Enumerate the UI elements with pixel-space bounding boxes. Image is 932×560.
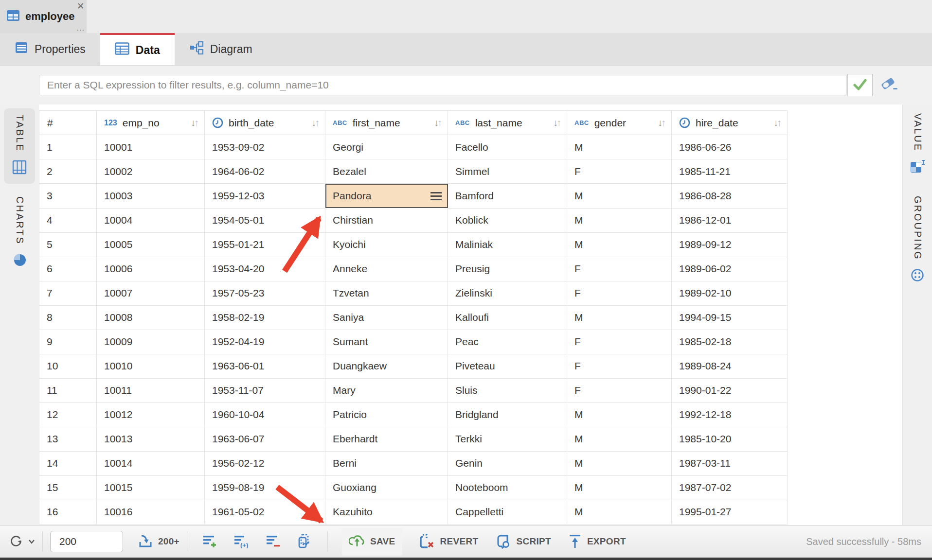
cell[interactable]: Anneke: [325, 257, 448, 281]
cell[interactable]: 1992-12-18: [672, 402, 788, 427]
cell[interactable]: 1987-03-11: [672, 451, 788, 475]
cell[interactable]: 10008: [97, 305, 205, 330]
cell[interactable]: M: [567, 402, 672, 427]
selected-cell[interactable]: Pandora: [325, 184, 448, 208]
cell[interactable]: 1995-01-27: [672, 500, 788, 524]
cell[interactable]: Bezalel: [325, 159, 448, 184]
cell[interactable]: 10005: [97, 232, 205, 257]
cell[interactable]: 1954-05-01: [205, 208, 325, 232]
cell[interactable]: Sluis: [448, 378, 567, 402]
cell[interactable]: 1953-09-02: [205, 135, 325, 159]
cell[interactable]: Chirstian: [325, 208, 448, 232]
refresh-row-button[interactable]: [297, 533, 312, 550]
sort-icon[interactable]: ↓↑: [658, 117, 665, 128]
cell[interactable]: Sumant: [325, 330, 448, 354]
sidebar-item-grouping[interactable]: GROUPING: [910, 196, 925, 284]
cell[interactable]: Zielinski: [448, 281, 567, 305]
sort-icon[interactable]: ↓↑: [553, 117, 561, 128]
cell[interactable]: M: [567, 208, 672, 232]
cell[interactable]: Terkki: [448, 427, 567, 451]
cell[interactable]: Georgi: [325, 135, 448, 159]
sql-filter-input[interactable]: [39, 75, 846, 95]
cell[interactable]: Berni: [325, 451, 448, 475]
cell[interactable]: Bamford: [448, 184, 567, 209]
cell[interactable]: Saniya: [325, 305, 448, 330]
cell[interactable]: F: [567, 330, 672, 354]
cell[interactable]: Maliniak: [448, 232, 567, 257]
cell[interactable]: Kazuhito: [325, 500, 448, 524]
cell[interactable]: 1956-02-12: [205, 451, 325, 475]
cell[interactable]: 10002: [97, 159, 205, 184]
cell[interactable]: 10011: [97, 378, 205, 402]
cell[interactable]: F: [567, 354, 672, 378]
tab-diagram[interactable]: Diagram: [175, 33, 267, 65]
cell[interactable]: 10004: [97, 208, 205, 232]
add-row-button[interactable]: [202, 534, 218, 550]
cell[interactable]: Mary: [325, 378, 448, 402]
cell[interactable]: 10006: [97, 257, 205, 281]
sort-icon[interactable]: ↓↑: [311, 117, 319, 128]
tab-properties[interactable]: Properties: [0, 33, 100, 65]
cell[interactable]: M: [567, 232, 672, 257]
cell[interactable]: 10007: [97, 281, 205, 305]
cell[interactable]: 1961-05-02: [205, 500, 325, 524]
cell[interactable]: Koblick: [448, 208, 567, 232]
sidebar-item-table[interactable]: TABLE: [4, 108, 35, 184]
cell[interactable]: 1989-09-12: [672, 232, 788, 257]
sort-icon[interactable]: ↓↑: [434, 117, 442, 128]
cell[interactable]: Nooteboom: [448, 475, 567, 500]
cell[interactable]: 1953-11-07: [205, 378, 325, 402]
cell[interactable]: M: [567, 475, 672, 500]
doc-tab-employee[interactable]: employee ✕ ...: [0, 0, 87, 33]
cell[interactable]: Piveteau: [448, 354, 567, 378]
cell[interactable]: M: [567, 305, 672, 330]
cell[interactable]: 1952-04-19: [205, 330, 325, 354]
cell[interactable]: 10014: [97, 451, 205, 475]
duplicate-row-button[interactable]: (+): [233, 534, 250, 550]
cell[interactable]: Peac: [448, 330, 567, 354]
sort-icon[interactable]: ↓↑: [773, 117, 781, 128]
cell[interactable]: 1964-06-02: [205, 159, 325, 184]
cell[interactable]: Cappelletti: [448, 500, 567, 524]
column-header[interactable]: ABCgender↓↑: [567, 111, 672, 135]
cell[interactable]: 1985-10-20: [672, 427, 788, 451]
cell[interactable]: 10003: [97, 184, 205, 209]
cell[interactable]: 1986-08-28: [672, 184, 788, 209]
cell[interactable]: Simmel: [448, 159, 567, 184]
cell[interactable]: 1986-06-26: [672, 135, 788, 159]
clear-filter-button[interactable]: [880, 76, 899, 94]
cell[interactable]: Facello: [448, 135, 567, 159]
cell[interactable]: Eberhardt: [325, 427, 448, 451]
cell[interactable]: 1957-05-23: [205, 281, 325, 305]
cell[interactable]: Duangkaew: [325, 354, 448, 378]
cell[interactable]: M: [567, 500, 672, 524]
cell[interactable]: 10012: [97, 402, 205, 427]
revert-button[interactable]: REVERT: [419, 533, 479, 551]
sort-icon[interactable]: ↓↑: [191, 117, 198, 128]
cell[interactable]: M: [567, 184, 672, 209]
cell[interactable]: 1959-12-03: [205, 184, 325, 209]
cell[interactable]: Preusig: [448, 257, 567, 281]
cell[interactable]: 1959-08-19: [205, 475, 325, 500]
column-header[interactable]: birth_date↓↑: [205, 111, 325, 135]
column-header[interactable]: 123emp_no↓↑: [97, 111, 205, 135]
row-limit-input[interactable]: [50, 531, 123, 552]
script-button[interactable]: SCRIPT: [495, 533, 551, 551]
cell[interactable]: 1989-08-24: [672, 354, 788, 378]
cell[interactable]: 1985-02-18: [672, 330, 788, 354]
cell[interactable]: 1989-02-10: [672, 281, 788, 305]
cell[interactable]: Patricio: [325, 402, 448, 427]
cell[interactable]: Tzvetan: [325, 281, 448, 305]
more-icon[interactable]: ...: [76, 27, 85, 30]
cell[interactable]: 10016: [97, 500, 205, 524]
cell[interactable]: F: [567, 281, 672, 305]
cell[interactable]: M: [567, 135, 672, 159]
cell-menu-icon[interactable]: [430, 192, 442, 200]
cell[interactable]: 1990-01-22: [672, 378, 788, 402]
close-icon[interactable]: ✕: [77, 1, 85, 11]
cell[interactable]: Genin: [448, 451, 567, 475]
cell[interactable]: 10015: [97, 475, 205, 500]
refresh-button[interactable]: [9, 534, 35, 550]
cell[interactable]: 1994-09-15: [672, 305, 788, 330]
cell[interactable]: M: [567, 427, 672, 451]
